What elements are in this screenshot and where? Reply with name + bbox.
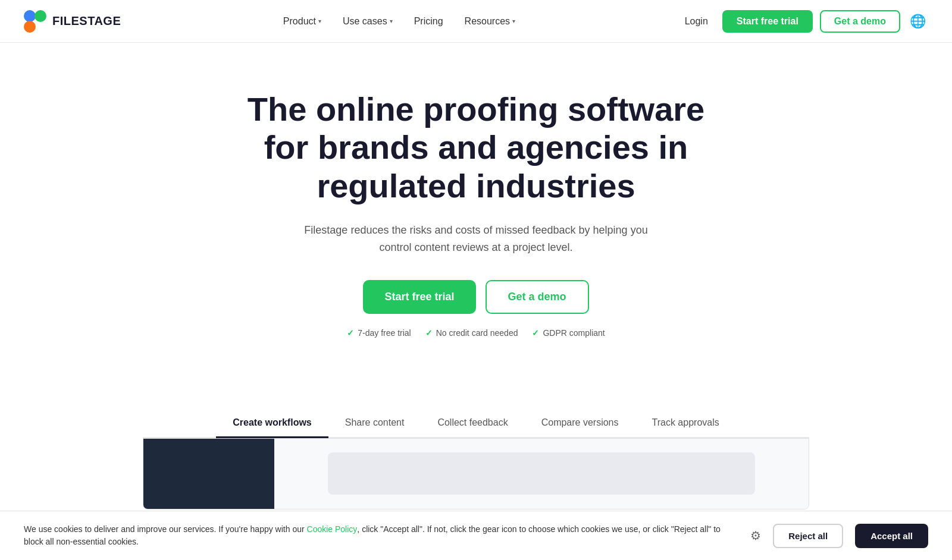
chevron-down-icon: ▾ (318, 18, 321, 24)
svg-point-1 (35, 10, 46, 22)
hero-cta-buttons: Start free trial Get a demo (232, 280, 720, 314)
hero-section: The online proofing software for brands … (208, 43, 744, 373)
tab-share-content[interactable]: Share content (328, 409, 421, 438)
nav-get-demo-button[interactable]: Get a demo (820, 10, 900, 33)
badge-trial: ✓ 7-day free trial (347, 328, 411, 338)
tab-create-workflows[interactable]: Create workflows (216, 409, 328, 438)
svg-point-0 (24, 10, 36, 22)
tab-track-approvals[interactable]: Track approvals (635, 409, 736, 438)
logo-icon (24, 10, 46, 33)
nav-pricing[interactable]: Pricing (405, 11, 453, 32)
tabs-nav: Create workflows Share content Collect f… (143, 409, 809, 438)
nav-start-trial-button[interactable]: Start free trial (722, 10, 813, 33)
tab-collect-feedback[interactable]: Collect feedback (421, 409, 524, 438)
check-icon: ✓ (532, 328, 539, 338)
login-link[interactable]: Login (678, 11, 715, 32)
preview-sidebar (143, 439, 274, 509)
logo-text: FILESTAGE (52, 14, 121, 28)
chevron-down-icon: ▾ (390, 18, 393, 24)
hero-badges: ✓ 7-day free trial ✓ No credit card need… (232, 328, 720, 338)
logo[interactable]: FILESTAGE (24, 10, 121, 33)
tab-content-preview (143, 438, 809, 509)
nav-right: Login Start free trial Get a demo 🌐 (678, 10, 928, 33)
hero-get-demo-button[interactable]: Get a demo (486, 280, 589, 314)
nav-use-cases[interactable]: Use cases ▾ (333, 11, 402, 32)
badge-credit: ✓ No credit card needed (425, 328, 518, 338)
features-tabs-section: Create workflows Share content Collect f… (119, 373, 833, 509)
main-nav: FILESTAGE Product ▾ Use cases ▾ Pricing … (0, 0, 952, 43)
preview-content-area (274, 439, 809, 509)
globe-icon: 🌐 (910, 14, 926, 29)
nav-links: Product ▾ Use cases ▾ Pricing Resources … (274, 11, 525, 32)
hero-start-trial-button[interactable]: Start free trial (363, 280, 475, 314)
check-icon: ✓ (425, 328, 433, 338)
badge-gdpr: ✓ GDPR compliant (532, 328, 605, 338)
hero-subheading: Filestage reduces the risks and costs of… (298, 222, 654, 256)
nav-product[interactable]: Product ▾ (274, 11, 331, 32)
chevron-down-icon: ▾ (512, 18, 515, 24)
hero-headline: The online proofing software for brands … (232, 90, 720, 205)
svg-point-2 (24, 21, 36, 33)
language-selector-button[interactable]: 🌐 (907, 11, 928, 32)
nav-resources[interactable]: Resources ▾ (455, 11, 525, 32)
check-icon: ✓ (347, 328, 354, 338)
tab-compare-versions[interactable]: Compare versions (525, 409, 635, 438)
